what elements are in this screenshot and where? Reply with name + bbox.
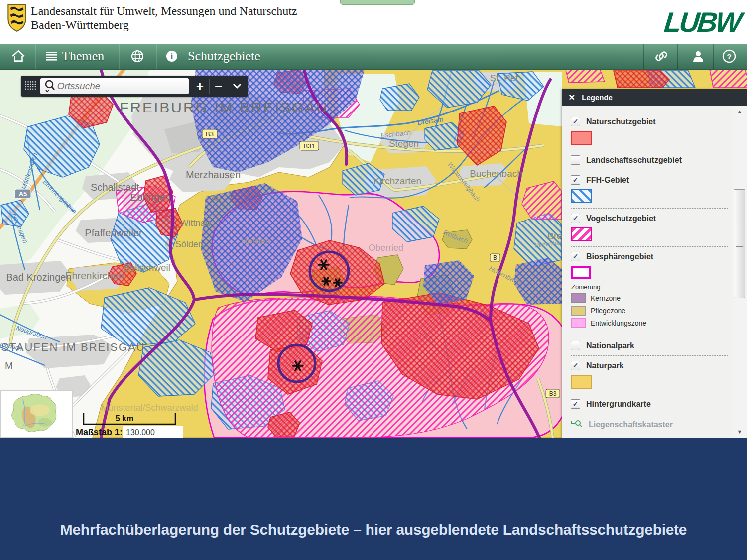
close-icon[interactable]: × [569, 92, 575, 102]
agency-line2: Baden-Württemberg [31, 18, 297, 32]
svg-text:B3: B3 [549, 390, 557, 397]
legend-item-ffh-gebiet: ✓FFH-Gebiet [570, 170, 729, 208]
svg-text:Ebringen: Ebringen [130, 192, 170, 203]
svg-text:Stegen: Stegen [389, 138, 419, 149]
caption-bar: Mehrfachüberlagerung der Schutzgebiete –… [0, 438, 747, 560]
caption-text: Mehrfachüberlagerung der Schutzgebiete –… [0, 521, 747, 538]
legend-label-ffh-gebiet: FFH-Gebiet [586, 176, 629, 185]
nav-divider [677, 44, 678, 69]
legend-item-hintergrundkarte: ✓Hintergrundkarte [570, 394, 729, 414]
zone-swatch-pflegezone [571, 306, 586, 316]
info-icon[interactable]: i [166, 50, 178, 62]
zone-swatch-kernzone [571, 293, 586, 303]
legend-swatch-blue-hatch [571, 189, 592, 203]
checkbox-ffh-gebiet[interactable]: ✓ [571, 175, 580, 185]
zoom-in-button[interactable]: + [191, 78, 209, 95]
svg-text:B3: B3 [206, 130, 214, 138]
checkbox-biosph-rengebiet[interactable]: ✓ [571, 252, 580, 261]
checkbox-vogelschutzgebiet[interactable]: ✓ [571, 214, 580, 223]
zone-label-kernzone: Kernzone [591, 294, 621, 302]
user-button[interactable] [691, 44, 705, 69]
lubw-logo[interactable]: LUBW [663, 6, 742, 38]
svg-text:Buchenbach: Buchenbach [470, 168, 522, 179]
legend-label-vogelschutzgebiet: Vogelschutzgebiet [586, 214, 656, 223]
top-tab-remnant [340, 0, 415, 5]
legend-header: × Legende [562, 89, 747, 106]
legend-item-nationalpark: Nationalpark [570, 336, 729, 355]
search-icon[interactable] [43, 79, 56, 93]
svg-text:Oberried: Oberried [369, 243, 403, 253]
scroll-down-icon[interactable]: ▼ [732, 429, 747, 435]
zoom-to-icon [571, 419, 583, 430]
legend-label-landschaftsschutzgebiet: Landschaftsschutzgebiet [586, 156, 682, 165]
themen-label: Themen [62, 49, 104, 64]
svg-text:Horben: Horben [241, 236, 270, 246]
nav-divider [35, 44, 35, 69]
bw-coat-of-arms-icon [6, 3, 28, 32]
theme-title-group: i Schutzgebiete [166, 44, 260, 69]
svg-text:Au: Au [211, 194, 222, 203]
legend-swatch-red-fill [571, 131, 592, 145]
zone-row-kernzone: Kernzone [571, 293, 728, 303]
checkbox-naturpark[interactable]: ✓ [571, 361, 580, 370]
svg-text:Wittnau: Wittnau [180, 218, 210, 228]
legend-scrollbar[interactable]: ▲ ▼ [732, 106, 747, 438]
scroll-up-icon[interactable]: ▲ [732, 109, 747, 114]
legend-item-biosph-rengebiet: ✓BiosphärengebietZonierungKernzonePflege… [570, 247, 729, 336]
checkbox-nationalpark[interactable] [571, 341, 580, 350]
legend-item-vogelschutzgebiet: ✓Vogelschutzgebiet [570, 209, 729, 246]
legend-divider [571, 435, 728, 435]
legend-item-landschaftsschutzgebiet: Landschaftsschutzgebiet [570, 150, 729, 170]
svg-text:?: ? [727, 52, 731, 61]
legend-label-nationalpark: Nationalpark [586, 341, 634, 350]
user-icon [691, 49, 705, 63]
badge-b3-south: B3 [546, 389, 560, 398]
themen-menu-button[interactable]: Themen [46, 44, 104, 69]
globe-button[interactable] [130, 44, 144, 69]
svg-text:Sölden: Sölden [175, 239, 203, 249]
search-field [40, 78, 189, 94]
badge-b31: B31 [300, 141, 319, 150]
chevron-down-icon [233, 83, 242, 89]
help-button[interactable]: ? [722, 44, 736, 69]
checkbox-hintergrundkarte[interactable]: ✓ [571, 399, 580, 409]
scrollbar-thumb[interactable] [734, 189, 745, 298]
legend-label-liegenschaftskataster: Liegenschaftskataster [589, 420, 673, 429]
home-button[interactable] [11, 44, 26, 69]
search-toolbar: + − [21, 76, 248, 97]
zone-row-pflegezone: Pflegezone [571, 306, 728, 316]
svg-text:M: M [5, 360, 13, 371]
app-header: Landesanstalt für Umwelt, Messungen und … [0, 0, 747, 44]
legend-item-naturpark: ✓Naturpark [570, 356, 729, 394]
share-link-button[interactable] [654, 44, 669, 69]
zone-label-pflegezone: Pflegezone [591, 307, 625, 315]
checkbox-naturschutzgebiet[interactable]: ✓ [571, 117, 580, 126]
grid-handle-icon[interactable] [24, 79, 37, 94]
svg-text:Münstertal/Schwarzwald: Münstertal/Schwarzwald [101, 403, 198, 413]
search-input[interactable] [56, 80, 173, 92]
nav-divider [713, 44, 714, 69]
overview-map[interactable] [0, 390, 73, 438]
agency-name: Landesanstalt für Umwelt, Messungen und … [31, 4, 297, 32]
svg-text:Bollschweil: Bollschweil [124, 262, 170, 273]
scale-ratio-label: Maßstab 1: [76, 427, 123, 438]
zone-label-entwicklungszone: Entwicklungszone [591, 319, 646, 327]
badge-b3: B3 [202, 129, 217, 138]
svg-text:FREIBURG IM BREISGAU: FREIBURG IM BREISGAU [120, 99, 329, 115]
main-navbar: Themen i Schutzgebiete [0, 44, 747, 70]
checkbox-landschaftsschutzgebiet[interactable] [571, 155, 580, 165]
svg-text:5 km: 5 km [116, 414, 133, 423]
zonierung-heading: Zonierung [571, 283, 728, 291]
legend-label-naturpark: Naturpark [586, 361, 624, 370]
home-icon [11, 49, 26, 63]
svg-text:B31: B31 [303, 142, 315, 150]
badge-b: B [490, 254, 500, 262]
svg-text:A5: A5 [19, 190, 27, 198]
nav-divider [156, 44, 156, 69]
collapse-toolbar-button[interactable] [228, 78, 246, 95]
zoom-out-button[interactable]: − [209, 78, 227, 95]
svg-text:STAUFEN IM BREISGAU: STAUFEN IM BREISGAU [1, 341, 145, 353]
hamburger-icon [46, 52, 57, 61]
legend-swatch-magenta-outline [571, 266, 591, 279]
svg-text:Schallstadt: Schallstadt [91, 182, 139, 193]
